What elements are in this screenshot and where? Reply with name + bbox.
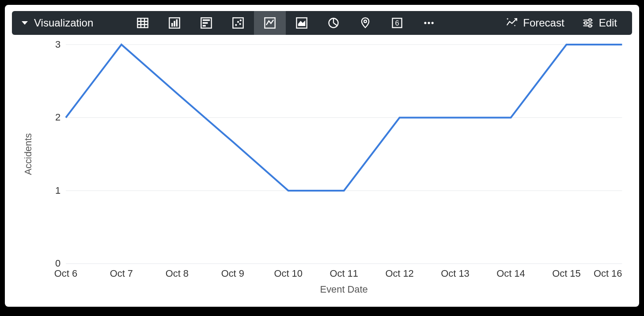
x-tick-label: Oct 10 (274, 268, 303, 279)
scatter-chart-button[interactable] (222, 11, 254, 35)
forecast-label: Forecast (523, 17, 564, 29)
svg-point-17 (240, 19, 242, 21)
svg-rect-31 (584, 22, 587, 24)
x-tick-label: Oct 14 (496, 268, 525, 279)
svg-point-14 (235, 24, 237, 26)
forecast-icon (506, 17, 518, 29)
bar-chart-button[interactable] (190, 11, 222, 35)
svg-point-21 (364, 20, 367, 23)
y-tick-label: 2 (55, 112, 61, 123)
more-icon (423, 17, 435, 29)
table-chart-button[interactable] (127, 11, 159, 35)
x-tick-label: Oct 13 (441, 268, 469, 279)
svg-point-24 (424, 22, 426, 24)
column-chart-button[interactable] (159, 11, 190, 35)
x-tick-label: Oct 6 (54, 268, 77, 279)
pie-icon (327, 17, 340, 29)
svg-point-15 (237, 21, 239, 23)
toolbar-right: Forecast Edit (506, 17, 632, 29)
chart-type-icons: 6 (127, 11, 445, 35)
chart-area: 0123Oct 6Oct 7Oct 8Oct 9Oct 10Oct 11Oct … (12, 40, 632, 299)
x-axis-label: Event Date (320, 284, 368, 295)
single-value-icon: 6 (391, 17, 403, 29)
area-icon (295, 17, 308, 29)
table-icon (136, 17, 149, 29)
svg-point-25 (428, 22, 430, 24)
forecast-button[interactable]: Forecast (506, 17, 564, 29)
y-tick-label: 0 (55, 258, 61, 269)
pie-chart-button[interactable] (318, 11, 349, 35)
svg-rect-0 (137, 19, 148, 28)
toolbar-title: Visualization (34, 17, 93, 29)
line-chart-button[interactable] (254, 11, 286, 35)
x-tick-label: Oct 8 (166, 268, 189, 279)
scatter-icon (232, 17, 244, 29)
x-tick-label: Oct 16 (594, 268, 622, 279)
x-tick-label: Oct 15 (552, 268, 580, 279)
bar-icon (200, 17, 212, 29)
x-tick-label: Oct 12 (385, 268, 413, 279)
line-icon (264, 17, 276, 29)
area-chart-button[interactable] (286, 11, 318, 35)
y-tick-label: 3 (55, 40, 61, 50)
map-icon (359, 17, 371, 29)
more-chart-button[interactable] (413, 11, 445, 35)
y-axis-label: Accidents (23, 133, 34, 175)
edit-button[interactable]: Edit (582, 17, 617, 29)
svg-rect-12 (203, 25, 206, 27)
svg-rect-6 (171, 23, 173, 26)
svg-rect-11 (203, 22, 208, 24)
edit-label: Edit (599, 17, 617, 29)
column-icon (168, 17, 181, 29)
svg-rect-32 (589, 25, 591, 27)
caret-down-icon (22, 21, 28, 25)
x-tick-label: Oct 7 (110, 268, 133, 279)
svg-text:6: 6 (395, 19, 399, 27)
visualization-toolbar: Visualization 6 Forecast (12, 11, 632, 35)
svg-rect-30 (589, 19, 591, 21)
svg-point-16 (239, 23, 241, 25)
svg-rect-7 (174, 21, 175, 26)
tune-icon (582, 17, 594, 29)
svg-rect-10 (203, 19, 210, 21)
visualization-dropdown[interactable]: Visualization (12, 17, 127, 29)
single-value-chart-button[interactable]: 6 (381, 11, 413, 35)
panel-frame: Visualization 6 Forecast (4, 4, 640, 308)
x-tick-label: Oct 11 (330, 268, 358, 279)
svg-point-26 (432, 22, 434, 24)
map-chart-button[interactable] (349, 11, 381, 35)
x-tick-label: Oct 9 (221, 268, 244, 279)
y-tick-label: 1 (55, 185, 61, 196)
svg-rect-13 (233, 18, 243, 28)
line-chart: 0123Oct 6Oct 7Oct 8Oct 9Oct 10Oct 11Oct … (12, 40, 632, 299)
svg-rect-8 (176, 19, 178, 26)
